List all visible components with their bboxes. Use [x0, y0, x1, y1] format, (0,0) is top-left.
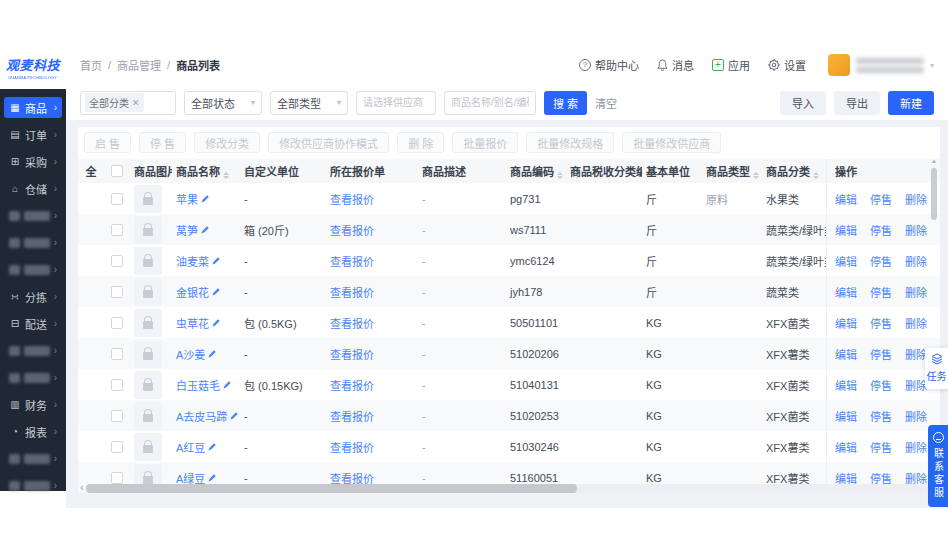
- sidebar-item-redacted[interactable]: ›: [4, 448, 62, 469]
- view-quote-link[interactable]: 查看报价: [330, 380, 374, 392]
- view-quote-link[interactable]: 查看报价: [330, 318, 374, 330]
- view-quote-link[interactable]: 查看报价: [330, 256, 374, 268]
- header-type[interactable]: 商品类型: [702, 163, 762, 179]
- settings-button[interactable]: 设置: [768, 57, 806, 73]
- sidebar-item-redacted[interactable]: ›: [4, 367, 62, 388]
- delete-link[interactable]: 删除: [905, 253, 927, 269]
- header-name[interactable]: 商品名称: [172, 163, 240, 179]
- stop-sale-link[interactable]: 停售: [870, 439, 892, 455]
- sidebar-item-delivery[interactable]: ⊟ 配送 ›: [4, 313, 62, 334]
- delete-link[interactable]: 删除: [905, 222, 927, 238]
- help-center-button[interactable]: ? 帮助中心: [579, 57, 639, 73]
- breadcrumb-home[interactable]: 首页: [80, 57, 102, 73]
- row-checkbox[interactable]: [111, 255, 123, 267]
- search-button[interactable]: 搜 索: [544, 91, 587, 115]
- product-name-link[interactable]: 莴笋: [176, 222, 209, 238]
- bulk-action-button[interactable]: 修改分类: [194, 132, 260, 153]
- stop-sale-link[interactable]: 停售: [870, 284, 892, 300]
- horizontal-scroll-track[interactable]: [86, 484, 932, 493]
- sidebar-item-redacted[interactable]: ›: [4, 475, 62, 496]
- edit-link[interactable]: 编辑: [835, 346, 857, 362]
- delete-link[interactable]: 删除: [905, 315, 927, 331]
- row-checkbox[interactable]: [111, 317, 123, 329]
- bulk-action-button[interactable]: 批量修改规格: [526, 132, 614, 153]
- view-quote-link[interactable]: 查看报价: [330, 442, 374, 454]
- remove-tag-icon[interactable]: ✕: [132, 98, 140, 108]
- bulk-action-button[interactable]: 批量报价: [452, 132, 518, 153]
- stop-sale-link[interactable]: 停售: [870, 408, 892, 424]
- stop-sale-link[interactable]: 停售: [870, 377, 892, 393]
- export-button[interactable]: 导出: [834, 91, 880, 115]
- product-name-link[interactable]: A红豆: [176, 439, 216, 455]
- sort-icon[interactable]: [223, 172, 229, 179]
- view-quote-link[interactable]: 查看报价: [330, 411, 374, 423]
- clear-filters-link[interactable]: 清空: [595, 95, 617, 111]
- stop-sale-link[interactable]: 停售: [870, 222, 892, 238]
- product-name-link[interactable]: 白玉菇毛: [176, 377, 231, 393]
- stop-sale-link[interactable]: 停售: [870, 346, 892, 362]
- vertical-scroll-thumb[interactable]: [931, 168, 937, 220]
- edit-link[interactable]: 编辑: [835, 253, 857, 269]
- sort-icon[interactable]: [753, 172, 759, 179]
- breadcrumb-product-management[interactable]: 商品管理: [117, 57, 161, 73]
- delete-link[interactable]: 删除: [905, 377, 927, 393]
- apps-button[interactable]: + 应用: [712, 57, 750, 73]
- bulk-action-button[interactable]: 停 售: [139, 132, 186, 153]
- sidebar-item-purchase[interactable]: ⊞ 采购 ›: [4, 151, 62, 172]
- sort-icon[interactable]: [813, 172, 819, 179]
- view-quote-link[interactable]: 查看报价: [330, 349, 374, 361]
- edit-link[interactable]: 编辑: [835, 315, 857, 331]
- edit-link[interactable]: 编辑: [835, 439, 857, 455]
- tasks-widget[interactable]: 任务: [925, 348, 948, 389]
- header-code[interactable]: 商品编码: [506, 163, 566, 179]
- product-name-link[interactable]: 虫草花: [176, 315, 220, 331]
- user-menu[interactable]: ▾: [828, 54, 934, 76]
- product-name-link[interactable]: A去皮马蹄: [176, 408, 238, 424]
- sidebar-item-redacted[interactable]: ›: [4, 205, 62, 226]
- header-category[interactable]: 商品分类: [762, 163, 826, 179]
- view-quote-link[interactable]: 查看报价: [330, 225, 374, 237]
- row-checkbox[interactable]: [111, 224, 123, 236]
- sort-icon[interactable]: [557, 172, 563, 179]
- edit-link[interactable]: 编辑: [835, 222, 857, 238]
- delete-link[interactable]: 删除: [905, 408, 927, 424]
- sidebar-item-redacted[interactable]: ›: [4, 232, 62, 253]
- product-name-link[interactable]: A沙姜: [176, 346, 216, 362]
- horizontal-scroll-thumb[interactable]: [86, 484, 577, 493]
- scroll-up-icon[interactable]: ▲: [930, 158, 938, 164]
- product-name-link[interactable]: 油麦菜: [176, 253, 220, 269]
- row-checkbox[interactable]: [111, 193, 123, 205]
- product-name-link[interactable]: 苹果: [176, 191, 209, 207]
- view-quote-link[interactable]: 查看报价: [330, 194, 374, 206]
- delete-link[interactable]: 删除: [905, 284, 927, 300]
- supplier-input[interactable]: [356, 91, 436, 115]
- sidebar-item-warehouse[interactable]: ⌂ 仓储 ›: [4, 178, 62, 199]
- sidebar-item-finance[interactable]: ▥ 财务 ›: [4, 394, 62, 415]
- stop-sale-link[interactable]: 停售: [870, 315, 892, 331]
- row-checkbox[interactable]: [111, 379, 123, 391]
- status-select[interactable]: 全部状态 ▾: [184, 91, 262, 115]
- bulk-action-button[interactable]: 启 售: [84, 132, 131, 153]
- row-checkbox[interactable]: [111, 441, 123, 453]
- sidebar-item-sorting[interactable]: ∺ 分拣 ›: [4, 286, 62, 307]
- sidebar-item-products[interactable]: ▦ 商品 ›: [4, 97, 62, 118]
- type-select[interactable]: 全部类型 ▾: [270, 91, 348, 115]
- search-input[interactable]: [444, 91, 536, 115]
- product-name-link[interactable]: 金银花: [176, 284, 220, 300]
- sidebar-item-redacted[interactable]: ›: [4, 340, 62, 361]
- horizontal-scrollbar[interactable]: ‹ ›: [78, 483, 940, 493]
- delete-link[interactable]: 删除: [905, 191, 927, 207]
- edit-link[interactable]: 编辑: [835, 191, 857, 207]
- edit-link[interactable]: 编辑: [835, 408, 857, 424]
- row-checkbox[interactable]: [111, 472, 123, 484]
- bulk-action-button[interactable]: 修改供应商协作模式: [268, 132, 389, 153]
- stop-sale-link[interactable]: 停售: [870, 191, 892, 207]
- select-all-checkbox[interactable]: [111, 165, 123, 177]
- bulk-action-button[interactable]: 批量修改供应商: [622, 132, 721, 153]
- sidebar-item-reports[interactable]: ◔ 报表 ›: [4, 421, 62, 442]
- delete-link[interactable]: 删除: [905, 346, 927, 362]
- create-button[interactable]: 新建: [888, 91, 934, 115]
- stop-sale-link[interactable]: 停售: [870, 253, 892, 269]
- view-quote-link[interactable]: 查看报价: [330, 287, 374, 299]
- category-filter-input[interactable]: 全部分类 ✕: [80, 91, 176, 115]
